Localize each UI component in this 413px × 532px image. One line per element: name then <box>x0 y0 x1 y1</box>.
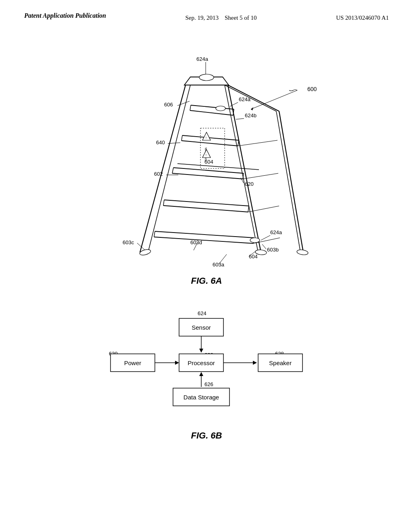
svg-text:606: 606 <box>164 102 173 108</box>
svg-text:602: 602 <box>154 171 163 177</box>
svg-text:624a: 624a <box>196 56 209 62</box>
patent-page: Patent Application Publication Sep. 19, … <box>0 0 413 532</box>
publication-title: Patent Application Publication <box>24 11 106 20</box>
svg-line-7 <box>177 101 190 106</box>
publication-number: US 2013/0246070 A1 <box>336 11 389 23</box>
svg-line-35 <box>154 237 253 243</box>
svg-line-23 <box>181 141 238 146</box>
publication-date: Sep. 19, 2013 <box>186 15 219 21</box>
svg-marker-52 <box>202 150 211 158</box>
fig6b-diagram: 624 Sensor 622 Processor 628 Speaker <box>77 306 336 427</box>
svg-text:604: 604 <box>249 254 258 260</box>
svg-text:620: 620 <box>245 181 254 187</box>
svg-marker-79 <box>199 349 203 353</box>
svg-text:603b: 603b <box>267 247 279 253</box>
svg-line-12 <box>228 85 279 111</box>
svg-marker-84 <box>253 361 257 365</box>
svg-text:Processor: Processor <box>188 360 215 366</box>
svg-text:600: 600 <box>307 86 317 92</box>
svg-text:Power: Power <box>124 360 142 366</box>
fig6a-label: FIG. 6A <box>191 276 222 286</box>
svg-line-25 <box>172 168 173 173</box>
svg-text:624a: 624a <box>270 229 282 235</box>
page-header: Patent Application Publication Sep. 19, … <box>0 0 413 23</box>
svg-line-21 <box>181 135 182 141</box>
svg-line-31 <box>163 206 248 212</box>
svg-text:Speaker: Speaker <box>269 360 292 366</box>
svg-text:603d: 603d <box>190 239 202 245</box>
svg-line-33 <box>154 231 155 237</box>
fig6a-section: 600 624a 606 <box>0 39 413 441</box>
svg-line-65 <box>262 244 266 249</box>
fig6a-diagram: 600 624a 606 <box>77 39 336 272</box>
svg-text:Data Storage: Data Storage <box>184 394 219 401</box>
svg-line-13 <box>279 111 303 252</box>
svg-text:!: ! <box>206 136 206 139</box>
svg-marker-92 <box>175 361 179 365</box>
svg-line-22 <box>238 140 239 146</box>
svg-line-16 <box>191 105 234 109</box>
svg-point-5 <box>199 74 214 81</box>
svg-line-17 <box>190 105 191 110</box>
svg-text:624a: 624a <box>239 96 251 102</box>
svg-line-57 <box>236 118 244 119</box>
svg-line-37 <box>243 173 278 179</box>
svg-text:603c: 603c <box>123 239 134 245</box>
svg-text:640: 640 <box>156 139 165 145</box>
svg-line-20 <box>182 135 239 140</box>
svg-text:624: 624 <box>198 310 206 316</box>
svg-line-19 <box>190 110 233 115</box>
svg-line-30 <box>248 206 249 212</box>
svg-line-36 <box>238 140 277 146</box>
svg-text:624b: 624b <box>245 112 257 118</box>
svg-text:!: ! <box>206 154 206 156</box>
svg-point-58 <box>216 106 225 111</box>
fig6b-label: FIG. 6B <box>191 430 222 441</box>
svg-text:Sensor: Sensor <box>192 324 211 331</box>
svg-line-32 <box>155 231 254 238</box>
svg-line-61 <box>261 235 270 240</box>
svg-marker-94 <box>199 372 203 376</box>
sheet-info: Sheet 5 of 10 <box>225 15 257 21</box>
publication-date-sheet: Sep. 19, 2013 Sheet 5 of 10 <box>186 11 257 23</box>
svg-line-8 <box>140 85 186 252</box>
svg-text:626: 626 <box>204 381 213 387</box>
svg-point-59 <box>250 238 260 243</box>
svg-line-28 <box>164 200 249 206</box>
svg-line-29 <box>163 200 164 206</box>
svg-line-27 <box>172 173 243 179</box>
svg-marker-49 <box>202 132 211 140</box>
svg-line-1 <box>251 90 297 109</box>
svg-point-74 <box>296 249 308 256</box>
svg-text:603a: 603a <box>213 262 225 268</box>
